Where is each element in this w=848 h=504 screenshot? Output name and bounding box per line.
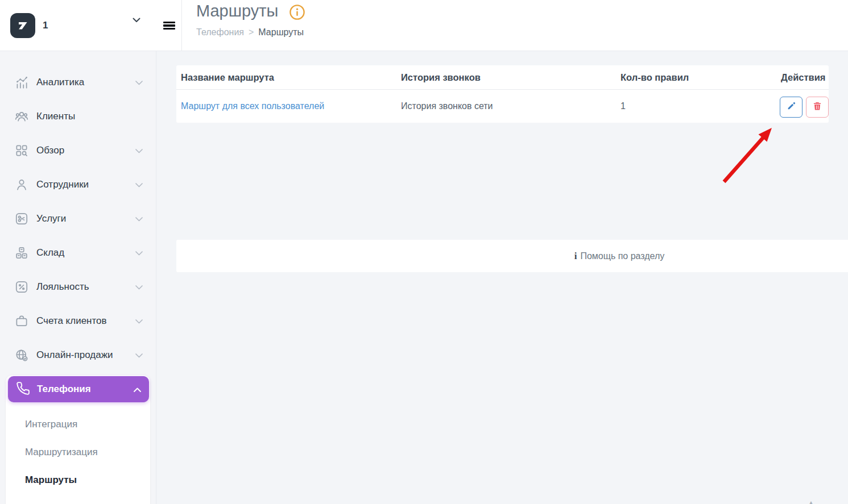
sidebar-item-overview[interactable]: Обзор [0,134,156,168]
help-bar: i Помощь по разделу [176,240,848,272]
account-label: 1 [43,20,48,31]
submenu-item-routing[interactable]: Маршрутизация [25,447,98,458]
sidebar-item-label: Онлайн-продажи [36,349,113,361]
services-icon [14,211,30,227]
column-header-rules-count: Кол-во правил [621,65,689,89]
sidebar-item-loyalty[interactable]: Лояльность [0,270,156,304]
employees-icon [14,177,30,193]
edit-route-button[interactable] [780,97,803,118]
routes-table: Название маршрута История звонков Кол-во… [176,65,829,123]
trash-icon [812,101,822,114]
loyalty-icon [14,279,30,295]
chevron-down-icon [135,77,143,88]
sidebar-item-analytics[interactable]: Аналитика [0,65,156,99]
sidebar-item-label: Телефония [37,384,91,395]
chevron-down-icon [135,282,143,292]
sidebar-item-label: Обзор [36,145,64,156]
sidebar-item-client-accounts[interactable]: Счета клиентов [0,304,156,338]
page-title: Маршруты [196,2,278,20]
clients-icon [14,109,30,124]
chevron-down-icon [133,15,140,25]
column-header-actions: Действия [781,65,825,89]
sidebar-item-label: Счета клиентов [36,315,107,327]
route-name-link[interactable]: Маршрут для всех пользователей [181,101,324,111]
breadcrumb: Телефония>Маршруты [196,27,304,38]
section-help-link[interactable]: i Помощь по разделу [574,251,665,262]
warehouse-icon [14,245,30,261]
chevron-down-icon [135,214,143,224]
breadcrumb-current: Маршруты [258,27,304,37]
info-glyph-icon: i [574,251,577,262]
logo-glyph-icon [15,18,30,33]
sidebar-item-label: Услуги [36,213,66,224]
phone-icon [16,381,30,398]
scroll-top-hint-icon: ▲ [808,499,817,504]
sidebar-item-telephony[interactable]: Телефония [8,376,149,402]
sidebar-item-label: Клиенты [36,111,75,122]
submenu-item-routes[interactable]: Маршруты [25,474,77,486]
chevron-up-icon [134,384,141,394]
chevron-down-icon [135,350,143,360]
sidebar-item-warehouse[interactable]: Склад [0,236,156,270]
sidebar-nav: Аналитика Клиенты Обзор [0,51,156,372]
help-label: Помощь по разделу [580,251,664,261]
delete-route-button[interactable] [806,97,829,118]
column-header-call-history: История звонков [401,65,481,89]
breadcrumb-parent[interactable]: Телефония [196,27,244,37]
chevron-down-icon [135,145,143,156]
chevron-down-icon [135,248,143,258]
hamburger-icon [163,20,175,31]
column-header-route-name: Название маршрута [181,65,274,89]
chevron-down-icon [135,180,143,190]
sidebar-item-label: Аналитика [36,77,84,88]
pencil-icon [786,101,797,114]
rules-count-cell: 1 [621,89,626,123]
info-icon[interactable] [289,4,305,23]
sidebar-item-label: Лояльность [36,281,89,293]
call-history-cell: История звонков сети [401,89,493,123]
overview-icon [14,143,30,159]
app-logo [10,13,35,38]
accounts-icon [14,313,30,329]
online-sales-icon [14,347,30,363]
sidebar-item-label: Сотрудники [36,179,89,190]
analytics-icon [14,74,30,90]
red-arrow-annotation [705,114,791,193]
sidebar-item-online-sales[interactable]: Онлайн-продажи [0,338,156,372]
account-switcher[interactable]: 1 [0,0,156,51]
sidebar-item-services[interactable]: Услуги [0,202,156,236]
sidebar-toggle-button[interactable] [156,0,182,51]
breadcrumb-separator: > [249,27,254,37]
sidebar-item-label: Склад [36,247,64,259]
chevron-down-icon [135,316,143,326]
submenu-item-integration[interactable]: Интеграция [25,419,77,430]
sidebar-item-employees[interactable]: Сотрудники [0,168,156,202]
sidebar-item-clients[interactable]: Клиенты [0,99,156,134]
